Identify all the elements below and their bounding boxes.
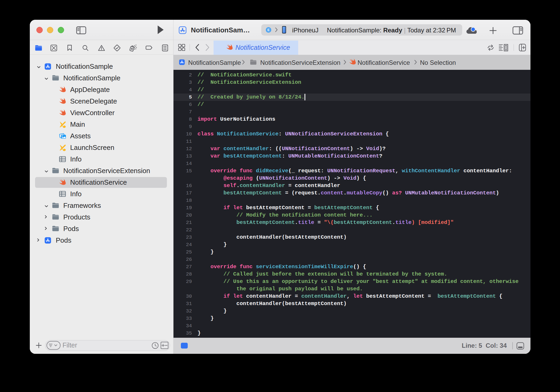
svg-text:E: E xyxy=(267,28,269,32)
